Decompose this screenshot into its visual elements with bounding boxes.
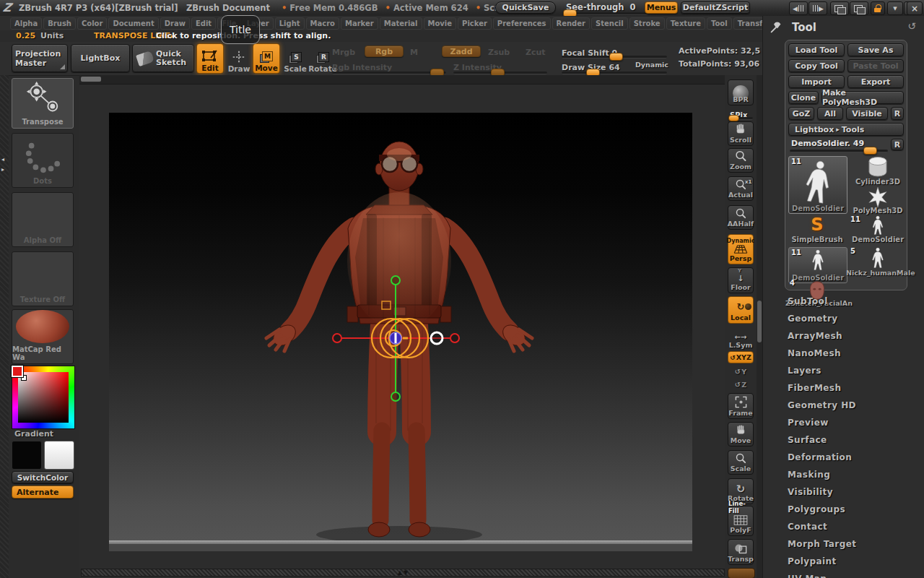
menu-item-stencil[interactable]: Stencil: [591, 17, 628, 30]
paste-config-button[interactable]: [850, 1, 868, 15]
zadd-button[interactable]: Zadd: [442, 46, 481, 57]
menu-item-edit[interactable]: Edit: [191, 17, 216, 30]
tool-section-layers[interactable]: Layers: [788, 366, 821, 376]
menu-item-render[interactable]: Render: [552, 17, 590, 30]
menu-item-texture[interactable]: Texture: [666, 17, 705, 30]
import-button[interactable]: Import: [788, 75, 845, 88]
menu-item-movie[interactable]: Movie: [424, 17, 457, 30]
zoom-button[interactable]: Zoom: [728, 148, 754, 173]
tool-section-masking[interactable]: Masking: [788, 470, 830, 480]
minimize-button[interactable]: ▼: [887, 1, 903, 15]
tool-section-visibility[interactable]: Visibility: [788, 487, 833, 497]
xyz-rotation-button[interactable]: ↺ XYZ: [728, 351, 754, 363]
m-button[interactable]: M: [410, 48, 418, 57]
quick-sketch-button[interactable]: Quick Sketch: [132, 44, 194, 72]
mrgb-button[interactable]: Mrgb: [332, 48, 355, 57]
copy-config-button[interactable]: [830, 1, 849, 15]
left-tray-divider[interactable]: ◂ ▸: [0, 75, 9, 578]
menu-item-tool[interactable]: Tool: [707, 17, 732, 30]
actual-size-button[interactable]: x1 Actual: [728, 176, 754, 201]
tool-section-polygroups[interactable]: Polygroups: [788, 504, 845, 514]
edit-mode-button[interactable]: Edit: [196, 43, 224, 74]
secondary-color-swatch[interactable]: [44, 441, 74, 470]
stroke-transpose-tile[interactable]: Transpose: [12, 78, 74, 129]
z-rotation-button[interactable]: ↺ Z: [728, 379, 754, 390]
tool-thumb-polymesh3d[interactable]: PolyMesh3D: [849, 186, 907, 217]
menu-item-color[interactable]: Color: [77, 17, 107, 30]
tool-section-geometry[interactable]: Geometry: [788, 314, 838, 324]
frame-button[interactable]: Frame: [728, 393, 754, 419]
zcut-button[interactable]: Zcut: [526, 48, 546, 57]
dynamic-label[interactable]: Dynamic: [635, 61, 668, 69]
menu-item-material[interactable]: Material: [380, 17, 422, 30]
aahalf-button[interactable]: AAHalf: [728, 205, 754, 230]
current-tool-slider[interactable]: DemoSoldier. 49 R: [788, 139, 904, 153]
load-tool-button[interactable]: Load Tool: [788, 43, 845, 56]
default-zscript-button[interactable]: DefaultZScript: [681, 1, 750, 14]
rgb-intensity-slider[interactable]: Rgb Intensity: [332, 59, 448, 74]
tool-panel-scrollbar[interactable]: [757, 75, 762, 578]
polyframe-button[interactable]: Line-Fill PolyF: [728, 506, 754, 536]
y-rotation-button[interactable]: ↺ Y: [728, 366, 754, 377]
all-button[interactable]: All: [817, 107, 843, 120]
tool-section-polypaint[interactable]: Polypaint: [788, 556, 837, 566]
clone-button[interactable]: Clone: [788, 91, 819, 104]
texture-selector-tile[interactable]: Texture Off: [12, 251, 74, 306]
tool-section-subtool[interactable]: SubTool: [788, 296, 828, 306]
menu-item-brush[interactable]: Brush: [43, 17, 76, 30]
tool-thumb-demosoldier-3[interactable]: 11 DemoSoldier: [788, 247, 847, 283]
material-selector-tile[interactable]: MatCap Red Wa: [12, 309, 74, 364]
scroll-docs-left-button[interactable]: ◀: [789, 1, 808, 15]
bpr-render-button[interactable]: BPR: [728, 79, 754, 105]
menu-item-preferences[interactable]: Preferences: [493, 17, 551, 30]
copy-tool-button[interactable]: Copy Tool: [788, 59, 845, 72]
canvas-horizontal-scrollbar[interactable]: [79, 75, 725, 85]
menu-item-document[interactable]: Document: [108, 17, 158, 30]
draw-mode-button[interactable]: Draw: [225, 43, 253, 74]
menu-item-marker[interactable]: Marker: [341, 17, 378, 30]
tool-section-arraymesh[interactable]: ArrayMesh: [788, 331, 842, 341]
alpha-selector-tile[interactable]: Alpha Off: [12, 192, 74, 247]
tool-thumb-simplebrush[interactable]: S SimpleBrush: [788, 215, 846, 246]
restore-configuration-icon[interactable]: ↺: [907, 20, 916, 32]
switch-color-button[interactable]: SwitchColor: [12, 471, 74, 483]
spix-slider[interactable]: SPix: [728, 107, 754, 120]
tool-thumb-cylinder3d[interactable]: Cylinder3D: [849, 156, 907, 188]
menu-item-picker[interactable]: Picker: [458, 17, 492, 30]
bottom-tray-divider[interactable]: ▲ ▼: [81, 569, 725, 577]
tool-section-uv-map[interactable]: UV Map: [788, 574, 827, 578]
tool-section-deformation[interactable]: Deformation: [788, 452, 852, 462]
persp-button[interactable]: Dynamic Persp: [728, 234, 754, 264]
tool-thumb-demosoldier-2[interactable]: 11 DemoSoldier: [849, 215, 907, 246]
shelf-move-button[interactable]: Move: [728, 422, 754, 447]
see-through-slider[interactable]: See-through 0: [563, 0, 650, 16]
stroke-dots-tile[interactable]: Dots: [12, 133, 74, 188]
lsym-button[interactable]: ←→ L.Sym: [728, 328, 754, 351]
draw-size-slider[interactable]: Draw Size 64 Dynamic: [562, 59, 668, 74]
save-as-button[interactable]: Save As: [847, 43, 904, 56]
z-intensity-slider[interactable]: Z Intensity: [453, 59, 549, 74]
current-tool-handle[interactable]: [863, 147, 877, 155]
transpose-action-line[interactable]: [109, 113, 692, 551]
canvas-hscroll-handle[interactable]: [81, 77, 101, 82]
menu-item-stroke[interactable]: Stroke: [629, 17, 665, 30]
goz-r-button[interactable]: R: [891, 107, 904, 120]
tool-section-geometry-hd[interactable]: Geometry HD: [788, 400, 856, 410]
scroll-button[interactable]: Scroll: [728, 121, 754, 146]
visible-button[interactable]: Visible: [846, 107, 888, 120]
scroll-docs-right-button[interactable]: ▶: [808, 1, 827, 15]
make-polymesh3d-button[interactable]: Make PolyMesh3D: [821, 91, 904, 104]
lightbox-button[interactable]: LightBox: [71, 44, 130, 72]
tool-thumb-nickz-humanmale[interactable]: 5 Nickz_humanMale: [849, 247, 907, 280]
export-button[interactable]: Export: [847, 75, 904, 88]
tool-panel-scroll-thumb[interactable]: [757, 301, 762, 342]
projection-master-button[interactable]: Projection Master: [12, 44, 68, 72]
main-color-swatch[interactable]: [12, 441, 42, 470]
scale-mode-button[interactable]: S Scale: [282, 43, 309, 74]
menu-item-alpha[interactable]: Alpha: [10, 17, 42, 30]
shelf-scale-button[interactable]: Scale: [728, 450, 754, 475]
color-picker[interactable]: [12, 366, 75, 429]
lock-button[interactable]: [871, 1, 885, 15]
lightbox-tools-button[interactable]: Lightbox ▸ Tools: [788, 123, 904, 136]
menu-item-light[interactable]: Light: [275, 17, 305, 30]
